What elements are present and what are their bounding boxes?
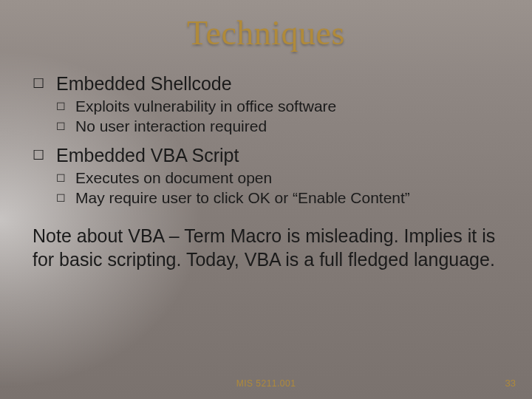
sub-item-label: May require user to click OK or “Enable …: [75, 188, 410, 208]
sub-list: ☐ Executes on document open ☐ May requir…: [33, 168, 502, 208]
footer-course-code: MIS 5211.001: [0, 378, 532, 389]
sub-item-label: Exploits vulnerability in office softwar…: [75, 97, 336, 116]
item-label: Embedded Shellcode: [56, 72, 232, 95]
square-bullet-icon: ☐: [33, 143, 56, 167]
square-bullet-icon: ☐: [56, 97, 75, 116]
square-bullet-icon: ☐: [33, 72, 56, 95]
list-item: ☐ Exploits vulnerability in office softw…: [56, 97, 502, 116]
list-item: ☐ Embedded Shellcode: [33, 72, 502, 95]
list-item: ☐ No user interaction required: [56, 117, 502, 136]
list-item: ☐ Embedded VBA Script: [33, 143, 502, 167]
sub-list: ☐ Exploits vulnerability in office softw…: [33, 97, 502, 136]
square-bullet-icon: ☐: [56, 117, 75, 136]
square-bullet-icon: ☐: [56, 168, 75, 188]
item-label: Embedded VBA Script: [56, 143, 239, 167]
square-bullet-icon: ☐: [56, 188, 75, 208]
content-area: ☐ Embedded Shellcode ☐ Exploits vulnerab…: [30, 72, 502, 271]
list-item: ☐ Executes on document open: [56, 168, 502, 188]
list-item: ☐ May require user to click OK or “Enabl…: [56, 188, 502, 208]
sub-item-label: Executes on document open: [75, 168, 272, 188]
footer-page-number: 33: [505, 378, 516, 389]
slide: Techniques ☐ Embedded Shellcode ☐ Exploi…: [0, 0, 532, 399]
note-paragraph: Note about VBA – Term Macro is misleadin…: [33, 224, 502, 271]
slide-title: Techniques: [30, 13, 502, 52]
sub-item-label: No user interaction required: [75, 117, 267, 136]
